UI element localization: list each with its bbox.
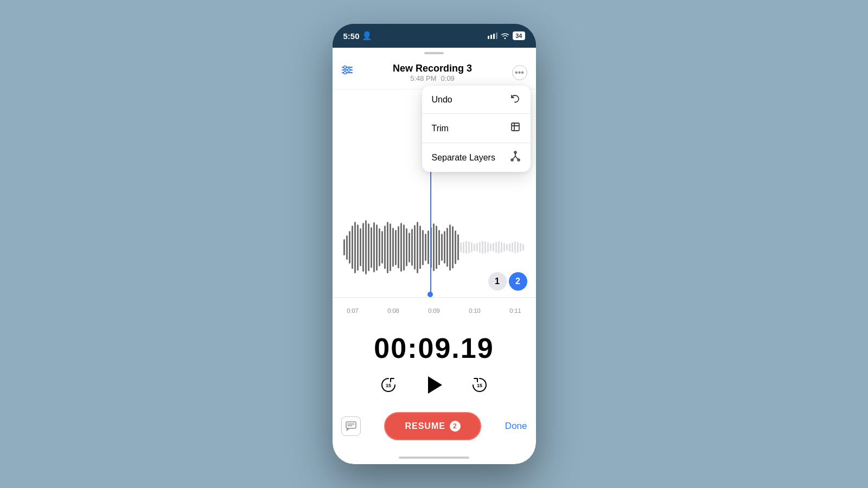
separate-layers-icon: [510, 151, 521, 164]
wave-bar: [522, 244, 524, 250]
chat-button[interactable]: [341, 416, 361, 436]
forward-button[interactable]: 15: [468, 373, 492, 397]
svg-rect-18: [346, 422, 356, 428]
wave-bar: [354, 222, 356, 273]
play-icon: [428, 376, 442, 394]
wave-bar: [501, 242, 502, 253]
wave-bar: [368, 223, 369, 271]
separate-layers-label: Separate Layers: [432, 153, 495, 163]
wave-bar: [471, 242, 473, 252]
user-icon: 👤: [362, 31, 372, 41]
wave-bar: [390, 223, 391, 271]
dropdown-undo[interactable]: Undo: [422, 86, 531, 114]
svg-point-8: [347, 69, 350, 72]
play-button[interactable]: [422, 373, 446, 397]
wave-bar: [357, 224, 359, 271]
wave-bar: [362, 223, 364, 272]
wave-bar: [395, 230, 397, 265]
wave-bar: [411, 229, 413, 266]
wave-bar: [387, 222, 388, 273]
svg-rect-10: [512, 123, 519, 131]
wave-bar: [506, 244, 508, 251]
wave-bar: [446, 228, 448, 267]
more-button[interactable]: •••: [512, 65, 527, 80]
track-2-button[interactable]: 2: [509, 272, 527, 291]
wave-bar: [487, 242, 489, 252]
wave-bar: [392, 228, 394, 267]
wave-bar: [484, 241, 486, 253]
timeline-mark-0: 0:07: [347, 307, 358, 314]
wave-bar: [433, 223, 435, 271]
wave-bar: [457, 234, 459, 260]
wave-bar: [455, 230, 456, 264]
resume-badge: 2: [450, 421, 461, 432]
resume-button[interactable]: RESUME 2: [384, 412, 481, 440]
pull-bar: [424, 52, 444, 54]
status-right: 34: [488, 31, 525, 41]
dropdown-menu: Undo Trim: [422, 86, 531, 172]
wave-bar: [371, 227, 372, 268]
dropdown-separate-layers[interactable]: Separate Layers: [422, 143, 531, 172]
wave-bar: [503, 243, 505, 252]
wave-bar: [482, 241, 483, 254]
dropdown-trim[interactable]: Trim: [422, 114, 531, 143]
wave-bar: [400, 223, 402, 272]
pull-indicator: [333, 48, 536, 59]
timeline-mark-2: 0:09: [428, 307, 439, 314]
wave-bar: [514, 241, 516, 253]
done-button[interactable]: Done: [505, 421, 527, 432]
timeline-mark-4: 0:11: [509, 307, 521, 314]
track-1-button[interactable]: 1: [488, 272, 507, 291]
recording-meta: 5:48 PM 0:09: [353, 74, 512, 82]
wave-bar: [452, 226, 454, 268]
wave-bar: [417, 222, 418, 273]
undo-label: Undo: [432, 95, 452, 105]
wave-bar: [490, 243, 492, 251]
filter-icon[interactable]: [341, 65, 353, 78]
wave-bar: [449, 224, 451, 271]
trim-icon: [510, 121, 521, 135]
rewind-button[interactable]: 15: [376, 373, 400, 397]
trim-label: Trim: [432, 124, 449, 133]
wave-bar: [438, 230, 440, 265]
wave-bar: [460, 242, 462, 252]
timeline: 0:07 0:08 0:09 0:10 0:11: [333, 297, 536, 323]
wave-bar: [346, 235, 348, 260]
signal-icon: [488, 31, 497, 41]
wave-bar: [479, 242, 481, 253]
recording-duration: 0:09: [441, 74, 455, 82]
wave-bar: [495, 242, 497, 253]
wave-bar: [498, 241, 500, 254]
status-time: 5:50: [343, 31, 360, 41]
track-buttons: 1 2: [488, 272, 527, 291]
svg-text:15: 15: [477, 383, 482, 388]
wave-bar: [349, 231, 350, 264]
wave-bar: [352, 226, 353, 269]
wave-bar: [520, 243, 521, 252]
wave-bar: [441, 234, 443, 261]
wave-bar: [436, 226, 437, 269]
wave-bar: [379, 228, 380, 266]
wave-bar: [365, 220, 367, 274]
resume-label: RESUME: [405, 421, 445, 431]
header: New Recording 3 5:48 PM 0:09 ••• Undo: [333, 59, 536, 89]
svg-rect-1: [490, 35, 492, 39]
wave-bar: [444, 231, 445, 264]
home-bar: [399, 457, 469, 459]
status-left: 5:50 👤: [343, 31, 372, 41]
wave-bar: [468, 241, 470, 254]
wave-bar: [343, 239, 345, 255]
wave-bar: [398, 226, 399, 268]
wave-bar: [414, 225, 416, 269]
wave-bar: [360, 228, 361, 266]
wave-bar: [463, 242, 464, 253]
wave-bar: [425, 234, 426, 261]
wave-bar: [419, 226, 421, 269]
wave-bar: [517, 242, 519, 253]
wave-bar: [384, 226, 386, 269]
wave-bar: [465, 241, 467, 254]
time-display: 00:09.19: [333, 323, 536, 369]
wave-bar: [373, 222, 375, 272]
bottom-bar: RESUME 2 Done: [333, 406, 536, 451]
status-bar: 5:50 👤 34: [333, 24, 536, 48]
